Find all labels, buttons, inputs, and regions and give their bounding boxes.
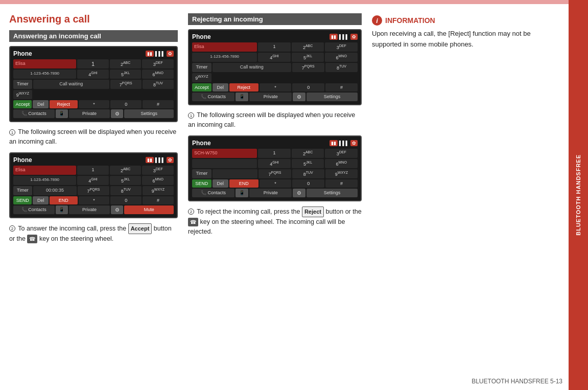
phone1-private-btn[interactable]: Private <box>69 109 110 118</box>
phone1-settings-btn[interactable]: Settings <box>124 109 174 118</box>
footer: BLUETOOTH HANDSFREE 5-13 <box>472 378 562 385</box>
phone2-private-btn[interactable]: Private <box>69 205 110 214</box>
phone-ui-3: Phone ▮▮ ▌▌▌ ✿ Elisa 1 2ABC 3DEF 1-123-4… <box>188 29 362 105</box>
phone4-key6: 6MNO <box>325 159 358 168</box>
reject-inline-btn: Reject <box>302 207 324 217</box>
phone-inline-icon: ☎ <box>27 235 37 244</box>
bt-icon-2: ✿ <box>167 157 174 163</box>
phone4-action-row: SEND Del END * 0 # <box>192 179 358 188</box>
left-para1: 1 The following screen will be displayed… <box>9 127 178 147</box>
phone1-caller: Elisa <box>13 59 76 68</box>
phone4-private-btn[interactable]: Private <box>249 189 292 197</box>
phone4-timer-row: Timer - 7PQRS 8TUV 9WXYZ <box>192 169 358 178</box>
phone3-private-btn[interactable]: Private <box>249 93 292 101</box>
phone1-key8: 8TUV <box>143 80 174 89</box>
phone2-star: * <box>79 196 110 204</box>
phone2-number: 1-123-456-7890 <box>13 176 76 185</box>
phone3-hash: # <box>325 83 358 91</box>
phone1-number: 1-123-456-7890 <box>13 70 76 79</box>
signal-icon-2: ▌▌▌ <box>155 157 165 163</box>
phone2-mute-btn[interactable]: Mute <box>124 205 174 214</box>
phone2-gear-icon: ⚙ <box>111 205 123 214</box>
info-text: Upon receiving a call, the [Reject] func… <box>372 29 543 50</box>
phone-header-1: Phone ▮▮ ▌▌▌ ✿ <box>13 50 174 57</box>
phone4-end-btn[interactable]: END <box>229 179 258 188</box>
phone1-key3: 3DEF <box>142 59 174 68</box>
phone3-phone-icon: 📱 <box>236 93 248 101</box>
phone3-timer-label: Timer <box>192 63 211 72</box>
phone-header-2: Phone ▮▮ ▌▌▌ ✿ <box>13 156 174 164</box>
phone3-reject-btn[interactable]: Reject <box>229 83 258 91</box>
left-subsection-title: Answering an incoming call <box>9 30 178 42</box>
phone2-name-row: Elisa 1 2ABC 3DEF <box>13 166 174 175</box>
phone2-key2: 2ABC <box>110 166 142 175</box>
phone1-key7: 7PQRS <box>110 80 142 89</box>
phone1-del-btn[interactable]: Del <box>33 100 48 108</box>
signal-icon-1: ▌▌▌ <box>155 51 165 56</box>
para2-marker: 2 <box>9 225 15 232</box>
accept-inline-btn: Accept <box>128 223 152 234</box>
middle-section-title: Rejecting an incoming <box>188 13 362 25</box>
phone4-key1: 1 <box>258 149 291 158</box>
bt-icon-3: ✿ <box>350 34 358 40</box>
phone2-number-row: 1-123-456-7890 4GHI 5JKL 6MNO <box>13 176 174 185</box>
middle-para2: 2 To reject the incoming call, press the… <box>188 207 362 237</box>
phone-icons-4: ▮▮ ▌▌▌ ✿ <box>330 140 358 146</box>
phone4-key8: 8TUV <box>292 169 324 178</box>
phone4-contacts-btn[interactable]: 📞 Contacts <box>192 189 234 197</box>
phone4-phone-icon: 📱 <box>236 189 248 197</box>
phone1-key6: 6MNO <box>142 70 174 79</box>
phone2-key1: 1 <box>77 166 109 175</box>
phone2-contacts-btn[interactable]: 📞 Contacts <box>13 205 55 214</box>
phone4-zero: 0 <box>292 179 324 188</box>
phone-header-4: Phone ▮▮ ▌▌▌ ✿ <box>192 140 358 147</box>
phone3-key9: 9WXYZ <box>192 73 211 82</box>
phone1-key1: 1 <box>77 59 109 68</box>
main-content: Answering a call Answering an incoming c… <box>0 4 569 254</box>
phone1-reject-btn[interactable]: Reject <box>50 100 78 108</box>
phone2-end-btn[interactable]: END <box>50 196 78 204</box>
phone-icons-1: ▮▮ ▌▌▌ ✿ <box>146 51 174 57</box>
phone4-key5: 5JKL <box>292 159 324 168</box>
mid-para1-marker: 1 <box>188 112 194 119</box>
phone2-send-btn[interactable]: SEND <box>13 196 32 204</box>
phone-header-3: Phone ▮▮ ▌▌▌ ✿ <box>192 33 358 40</box>
phone1-key9: 9WXYZ <box>13 90 32 99</box>
phone2-key5: 5JKL <box>110 176 142 185</box>
phone1-key5: 5JKL <box>110 70 142 79</box>
phone1-timer-row: Timer Call waiting 7PQRS 8TUV 9WXYZ <box>13 80 174 99</box>
phone4-send-btn[interactable]: SEND <box>192 179 211 188</box>
phone1-timer-label: Timer <box>13 80 32 89</box>
phone4-gear-icon: ⚙ <box>293 189 305 197</box>
footer-text: BLUETOOTH HANDSFREE 5-13 <box>472 378 562 385</box>
phone3-settings-btn[interactable]: Settings <box>307 93 358 101</box>
phone1-accept-btn[interactable]: Accept <box>13 100 32 108</box>
phone4-caller: SCH-W750 <box>192 149 257 158</box>
phone1-phone-icon: 📱 <box>56 109 68 118</box>
phone4-del-btn[interactable]: Del <box>213 179 228 188</box>
phone4-settings-btn[interactable]: Settings <box>307 189 358 197</box>
phone2-timer-row: Timer 00:00:35 7PQRS 8TUV 9WXYZ <box>13 186 174 195</box>
phone3-del-btn[interactable]: Del <box>213 83 228 91</box>
phone2-key4: 4GHI <box>77 176 109 185</box>
phone1-gear-icon: ⚙ <box>111 109 123 118</box>
phone1-zero: 0 <box>110 100 142 108</box>
phone1-contacts-btn[interactable]: 📞 Contacts <box>13 109 55 118</box>
phone3-name-row: Elisa 1 2ABC 3DEF <box>192 42 358 52</box>
phone-icons-3: ▮▮ ▌▌▌ ✿ <box>330 34 358 40</box>
battery-icon-4: ▮▮ <box>330 140 338 146</box>
right-tab-label: BLUETOOTH HANDSFREE <box>575 154 581 236</box>
phone-title-4: Phone <box>192 140 211 147</box>
signal-icon-4: ▌▌▌ <box>339 141 349 146</box>
phone2-action-row: SEND Del END * 0 # <box>13 196 174 204</box>
phone3-accept-btn[interactable]: Accept <box>192 83 211 91</box>
phone2-key6: 6MNO <box>142 176 174 185</box>
phone4-hash: # <box>325 179 358 188</box>
phone2-del-btn[interactable]: Del <box>33 196 48 204</box>
phone3-key6: 6MNO <box>325 53 358 62</box>
phone4-key7: 7PQRS <box>258 169 291 178</box>
phone1-number-row: 1-123-456-7890 4GHI 5JKL 6MNO <box>13 70 174 79</box>
phone3-contacts-btn[interactable]: 📞 Contacts <box>192 93 234 101</box>
phone1-key2: 2ABC <box>110 59 142 68</box>
phone3-timer-row: Timer Call waiting 7PQRS 8TUV 9WXYZ <box>192 63 358 82</box>
